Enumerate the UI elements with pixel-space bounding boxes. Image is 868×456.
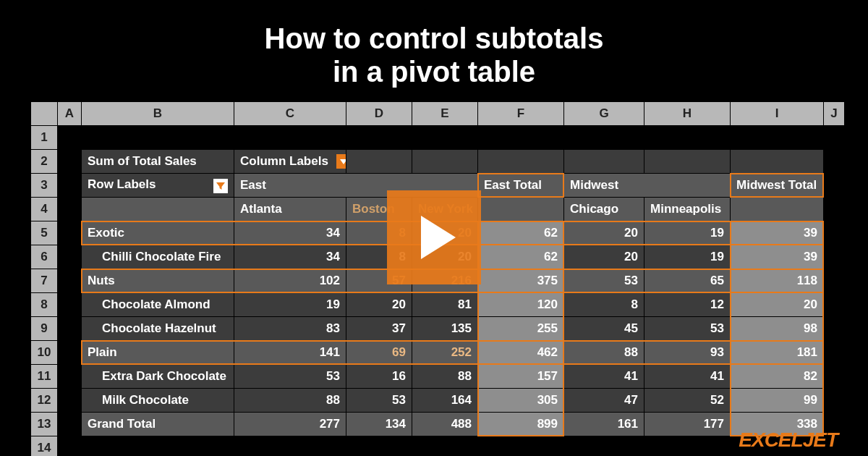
- rownum[interactable]: 4: [31, 198, 57, 221]
- val-f[interactable]: 120: [478, 293, 563, 316]
- column-labels-dropdown-icon[interactable]: [336, 154, 346, 169]
- row-label[interactable]: Extra Dark Chocolate: [82, 365, 234, 388]
- val-e[interactable]: 252: [412, 341, 477, 364]
- val-i[interactable]: 39: [731, 245, 823, 269]
- row-label[interactable]: Exotic: [82, 221, 234, 245]
- val-c[interactable]: 53: [234, 365, 346, 388]
- val-c[interactable]: 141: [234, 341, 346, 364]
- col-C[interactable]: C: [234, 102, 346, 125]
- row-label[interactable]: Chilli Chocolate Fire: [82, 245, 234, 269]
- val-f[interactable]: 62: [478, 245, 563, 269]
- val-e[interactable]: 88: [412, 365, 477, 388]
- val-g[interactable]: 41: [564, 365, 644, 388]
- cell-C2[interactable]: Column Labels: [234, 150, 346, 173]
- val-h[interactable]: 19: [644, 221, 730, 245]
- rownum[interactable]: 1: [31, 126, 57, 149]
- val-e[interactable]: 81: [412, 293, 477, 316]
- val-i[interactable]: 39: [731, 221, 823, 245]
- val-g[interactable]: 53: [564, 269, 644, 292]
- val-g[interactable]: 20: [564, 245, 644, 269]
- col-H[interactable]: H: [644, 102, 730, 125]
- val-f[interactable]: 255: [478, 317, 563, 340]
- rownum[interactable]: 7: [31, 269, 57, 292]
- grand-e[interactable]: 488: [412, 413, 477, 436]
- rownum[interactable]: 2: [31, 150, 57, 173]
- val-d[interactable]: 53: [346, 389, 412, 412]
- col-A[interactable]: A: [58, 102, 81, 125]
- city-minneapolis[interactable]: Minneapolis: [644, 198, 730, 221]
- grand-total-label[interactable]: Grand Total: [82, 413, 234, 436]
- val-h[interactable]: 12: [644, 293, 730, 316]
- col-I[interactable]: I: [731, 102, 823, 125]
- val-g[interactable]: 47: [564, 389, 644, 412]
- val-c[interactable]: 19: [234, 293, 346, 316]
- cell-east-total-hdr[interactable]: East Total: [478, 174, 563, 197]
- cell-midwest-region[interactable]: Midwest: [564, 174, 730, 197]
- val-e[interactable]: 135: [412, 317, 477, 340]
- val-d[interactable]: 37: [346, 317, 412, 340]
- rownum[interactable]: 14: [31, 436, 57, 456]
- city-chicago[interactable]: Chicago: [564, 198, 644, 221]
- row-label[interactable]: Chocolate Hazelnut: [82, 317, 234, 340]
- grand-f[interactable]: 899: [478, 413, 563, 436]
- rownum[interactable]: 13: [31, 413, 57, 436]
- grand-c[interactable]: 277: [234, 413, 346, 436]
- col-G[interactable]: G: [564, 102, 644, 125]
- val-d[interactable]: 69: [346, 341, 412, 364]
- rownum[interactable]: 9: [31, 317, 57, 340]
- rownum[interactable]: 3: [31, 174, 57, 197]
- cell-B2[interactable]: Sum of Total Sales: [82, 150, 234, 173]
- row-labels-filter-icon[interactable]: [213, 179, 228, 193]
- rownum[interactable]: 6: [31, 245, 57, 269]
- col-E[interactable]: E: [412, 102, 477, 125]
- val-g[interactable]: 88: [564, 341, 644, 364]
- val-f[interactable]: 157: [478, 365, 563, 388]
- val-g[interactable]: 45: [564, 317, 644, 340]
- val-d[interactable]: 20: [346, 293, 412, 316]
- rownum[interactable]: 8: [31, 293, 57, 316]
- val-f[interactable]: 462: [478, 341, 563, 364]
- row-label[interactable]: Chocolate Almond: [82, 293, 234, 316]
- val-h[interactable]: 65: [644, 269, 730, 292]
- val-f[interactable]: 305: [478, 389, 563, 412]
- val-i[interactable]: 20: [731, 293, 823, 316]
- col-J[interactable]: J: [824, 102, 844, 125]
- val-f[interactable]: 375: [478, 269, 563, 292]
- col-F[interactable]: F: [478, 102, 563, 125]
- val-i[interactable]: 98: [731, 317, 823, 340]
- val-g[interactable]: 20: [564, 221, 644, 245]
- rownum[interactable]: 12: [31, 389, 57, 412]
- val-h[interactable]: 41: [644, 365, 730, 388]
- val-f[interactable]: 62: [478, 221, 563, 245]
- val-g[interactable]: 8: [564, 293, 644, 316]
- col-D[interactable]: D: [346, 102, 412, 125]
- row-label[interactable]: Milk Chocolate: [82, 389, 234, 412]
- val-c[interactable]: 34: [234, 221, 346, 245]
- val-c[interactable]: 34: [234, 245, 346, 269]
- val-i[interactable]: 181: [731, 341, 823, 364]
- col-B[interactable]: B: [82, 102, 234, 125]
- val-h[interactable]: 53: [644, 317, 730, 340]
- grand-d[interactable]: 134: [346, 413, 412, 436]
- val-h[interactable]: 19: [644, 245, 730, 269]
- cell-B3[interactable]: Row Labels: [82, 174, 234, 197]
- row-label[interactable]: Nuts: [82, 269, 234, 292]
- val-i[interactable]: 118: [731, 269, 823, 292]
- row-label[interactable]: Plain: [82, 341, 234, 364]
- grand-h[interactable]: 177: [644, 413, 730, 436]
- val-h[interactable]: 52: [644, 389, 730, 412]
- play-button[interactable]: [387, 190, 481, 284]
- val-c[interactable]: 83: [234, 317, 346, 340]
- city-atlanta[interactable]: Atlanta: [234, 198, 346, 221]
- cell-midwest-total-hdr[interactable]: Midwest Total: [731, 174, 823, 197]
- rownum[interactable]: 5: [31, 221, 57, 245]
- grand-g[interactable]: 161: [564, 413, 644, 436]
- val-e[interactable]: 164: [412, 389, 477, 412]
- val-h[interactable]: 93: [644, 341, 730, 364]
- val-c[interactable]: 88: [234, 389, 346, 412]
- val-i[interactable]: 99: [731, 389, 823, 412]
- val-i[interactable]: 82: [731, 365, 823, 388]
- rownum[interactable]: 10: [31, 341, 57, 364]
- val-c[interactable]: 102: [234, 269, 346, 292]
- rownum[interactable]: 11: [31, 365, 57, 388]
